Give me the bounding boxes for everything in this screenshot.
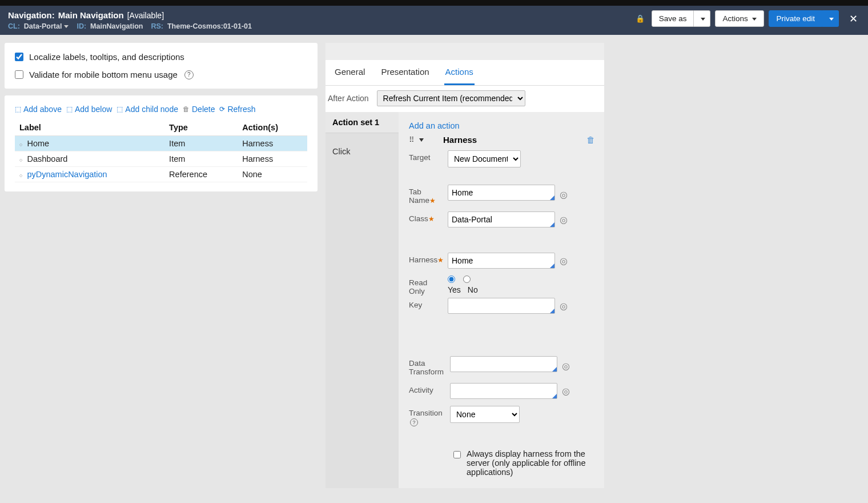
target-select[interactable]: New Document — [448, 150, 521, 167]
table-row[interactable]: ○HomeItemHarness — [15, 136, 307, 151]
properties-panel: General Presentation Actions After Actio… — [326, 43, 604, 488]
tab-actions[interactable]: Actions — [444, 60, 475, 85]
close-icon[interactable]: ✕ — [847, 13, 860, 25]
navigation-tree-card: ⬚Add above ⬚Add below ⬚Add child node 🗑D… — [5, 95, 318, 191]
node-label: Home — [27, 139, 49, 148]
after-action-select[interactable]: Refresh Current Item (recommended) — [377, 90, 525, 106]
node-bullet-icon: ○ — [19, 142, 22, 147]
add-child-link[interactable]: ⬚Add child node — [116, 105, 178, 114]
delete-link[interactable]: 🗑Delete — [183, 105, 215, 114]
private-edit-button[interactable]: Private edit — [769, 10, 822, 27]
node-label-link[interactable]: pyDynamicNavigation — [27, 170, 107, 179]
node-actions: Harness — [238, 151, 307, 167]
read-only-no-radio[interactable] — [463, 276, 471, 283]
key-label: Key — [409, 298, 443, 309]
table-row[interactable]: ○DashboardItemHarness — [15, 151, 307, 167]
data-transform-input[interactable] — [450, 356, 557, 372]
table-row[interactable]: ○pyDynamicNavigationReferenceNone — [15, 167, 307, 182]
localize-checkbox[interactable] — [15, 53, 23, 61]
crosshair-icon[interactable]: ◎ — [560, 214, 568, 225]
drag-handle-icon[interactable]: ⠿ — [409, 135, 413, 144]
action-rail: Action set 1 Click — [326, 112, 399, 488]
crosshair-icon[interactable]: ◎ — [560, 189, 568, 200]
node-label: Dashboard — [27, 154, 67, 163]
lock-icon: 🔒 — [636, 14, 645, 23]
tab-general[interactable]: General — [333, 60, 366, 85]
col-type: Type — [164, 119, 238, 136]
tab-presentation[interactable]: Presentation — [380, 60, 430, 85]
tab-name-input[interactable] — [448, 185, 555, 201]
data-transform-label: Data Transform — [409, 356, 445, 376]
private-edit-menu-button[interactable] — [822, 10, 839, 27]
activity-input[interactable] — [450, 383, 557, 399]
delete-action-icon[interactable]: 🗑 — [586, 135, 595, 145]
add-above-link[interactable]: ⬚Add above — [15, 105, 62, 114]
add-action-link[interactable]: Add an action — [409, 121, 460, 130]
refresh-link[interactable]: ⟳Refresh — [219, 105, 255, 114]
nav-table: Label Type Action(s) ○HomeItemHarness○Da… — [15, 119, 307, 182]
help-icon[interactable]: ? — [410, 418, 418, 426]
properties-tabs: General Presentation Actions — [326, 60, 604, 86]
help-icon[interactable]: ? — [184, 70, 194, 79]
class-input[interactable] — [448, 211, 555, 227]
rule-header: Navigation: Main Navigation [Available] … — [0, 6, 868, 35]
key-input[interactable] — [448, 298, 555, 314]
target-label: Target — [409, 150, 443, 162]
save-as-button[interactable]: Save as — [652, 10, 694, 27]
chevron-down-icon[interactable] — [64, 25, 69, 28]
validate-mobile-checkbox[interactable] — [15, 70, 23, 79]
refresh-icon: ⟳ — [219, 105, 225, 113]
yes-label: Yes — [448, 285, 461, 294]
transition-label: Transition ? — [409, 406, 445, 426]
col-actions: Action(s) — [238, 119, 307, 136]
crosshair-icon[interactable]: ◎ — [560, 301, 568, 312]
validate-mobile-checkbox-row[interactable]: Validate for mobile bottom menu usage ? — [15, 70, 307, 79]
node-type: Item — [164, 136, 238, 151]
localize-label: Localize labels, tooltips, and descripti… — [29, 52, 184, 62]
offline-label: Always display harness from the server (… — [467, 449, 595, 477]
no-label: No — [468, 285, 478, 294]
class-label: Class★ — [409, 211, 443, 223]
node-actions: Harness — [238, 136, 307, 151]
actions-button[interactable]: Actions — [715, 10, 764, 27]
action-form: Add an action ⠿ Harness 🗑 Target New Doc… — [399, 112, 604, 488]
after-action-label: After Action — [328, 94, 369, 103]
harness-label: Harness★ — [409, 253, 443, 264]
activity-label: Activity — [409, 383, 445, 394]
add-below-icon: ⬚ — [66, 105, 73, 113]
page-title: Navigation: Main Navigation [Available] — [8, 10, 252, 20]
add-below-link[interactable]: ⬚Add below — [66, 105, 112, 114]
save-as-menu-button[interactable] — [694, 10, 710, 27]
tree-toolbar: ⬚Add above ⬚Add below ⬚Add child node 🗑D… — [15, 105, 307, 114]
validate-mobile-label: Validate for mobile bottom menu usage — [29, 70, 178, 79]
event-click[interactable]: Click — [326, 133, 399, 170]
node-type: Reference — [164, 167, 238, 182]
harness-input[interactable] — [448, 253, 555, 269]
offline-checkbox-row[interactable]: Always display harness from the server (… — [453, 449, 595, 477]
node-bullet-icon: ○ — [19, 173, 22, 178]
read-only-label: Read Only — [409, 276, 443, 296]
tab-name-label: Tab Name★ — [409, 185, 443, 205]
node-type: Item — [164, 151, 238, 167]
localize-checkbox-row[interactable]: Localize labels, tooltips, and descripti… — [15, 52, 307, 62]
options-card: Localize labels, tooltips, and descripti… — [5, 43, 318, 89]
action-set-header[interactable]: Action set 1 — [326, 112, 399, 133]
col-label: Label — [15, 119, 164, 136]
rule-meta: CL: Data-Portal ID: MainNavigation RS: T… — [8, 22, 252, 30]
chevron-down-icon[interactable] — [419, 138, 424, 142]
crosshair-icon[interactable]: ◎ — [562, 361, 570, 372]
transition-select[interactable]: None — [450, 406, 520, 423]
offline-checkbox[interactable] — [453, 451, 461, 458]
node-bullet-icon: ○ — [19, 157, 22, 163]
action-name: Harness — [443, 135, 477, 145]
trash-icon: 🗑 — [183, 105, 190, 113]
add-child-icon: ⬚ — [116, 105, 123, 113]
node-actions: None — [238, 167, 307, 182]
crosshair-icon[interactable]: ◎ — [560, 256, 568, 266]
add-above-icon: ⬚ — [15, 105, 21, 113]
read-only-yes-radio[interactable] — [448, 276, 455, 283]
after-action-row: After Action Refresh Current Item (recom… — [326, 86, 604, 112]
crosshair-icon[interactable]: ◎ — [562, 386, 570, 397]
